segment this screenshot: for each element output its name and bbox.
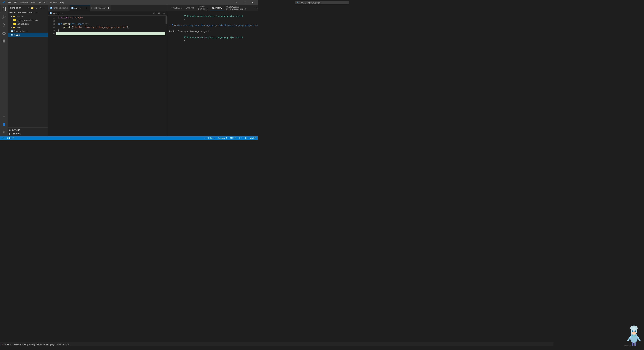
code-line-1: #include <stdio.h> <box>56 16 165 19</box>
code-editor: 1 2 3 4 5 6 #include <stdio.h> <box>48 15 167 136</box>
main-c-tab-close[interactable]: ✕ <box>85 7 88 9</box>
timeline-label: TIMELINE <box>12 133 21 135</box>
refresh-button[interactable]: ↻ <box>35 6 38 10</box>
right-panel-tabs: PROBLEMS OUTPUT DEBUG CONSOLE TERMINAL C… <box>167 5 258 11</box>
build-arrow-icon: ▶ <box>11 27 12 28</box>
breadcrumb-symbol: ... <box>62 12 64 14</box>
menu-go[interactable]: Go <box>37 1 42 4</box>
collapse-all-button[interactable]: ⊟ <box>39 6 42 10</box>
scrollbar-thumb[interactable] <box>166 16 167 24</box>
token-main: main <box>64 23 69 26</box>
menu-selection[interactable]: Selection <box>19 1 30 4</box>
menu-file[interactable]: File <box>7 1 12 4</box>
scrollbar-vertical[interactable] <box>165 15 167 136</box>
breadcrumb-sep: > <box>60 12 61 14</box>
new-file-button[interactable]: 🗋 <box>27 6 30 10</box>
line-numbers: 1 2 3 4 5 6 <box>48 15 56 136</box>
outline-section[interactable]: ▶ OUTLINE <box>8 128 48 132</box>
errors-count: 0 <box>9 137 10 139</box>
status-platform[interactable]: Win32 <box>249 137 256 139</box>
editor-settings-button[interactable]: ⚙ <box>157 11 161 15</box>
tree-item-main-c[interactable]: C main.c <box>8 33 48 37</box>
editor-area: M CMakeLists.txt C main.c ✕ { } settings… <box>48 5 167 136</box>
main-c-label: main.c <box>14 34 20 36</box>
split-editor-button[interactable]: ⊟ <box>152 11 156 15</box>
more-button[interactable]: ··· <box>43 6 46 10</box>
platform-text: Win32 <box>250 137 256 139</box>
editor-right-wrapper: M CMakeLists.txt C main.c ✕ { } settings… <box>48 5 258 136</box>
activity-search[interactable] <box>0 13 8 21</box>
add-terminal-button[interactable]: + <box>253 6 256 10</box>
tree-project-root[interactable]: ▾ MY_C_LANGUAGE_PROJECT <box>8 11 48 14</box>
status-ln-col[interactable]: Ln 6, Col 1 <box>204 137 215 139</box>
warnings-icon: △ <box>11 137 12 139</box>
status-spaces[interactable]: Spaces: 4 <box>217 137 228 139</box>
token-stdio: <stdio.h> <box>70 16 83 19</box>
tree-item-cpp-props[interactable]: { } c_cpp_properties.json <box>8 18 48 22</box>
sidebar-header-actions: 🗋 📁 ↻ ⊟ ··· <box>27 6 46 10</box>
right-tab-output[interactable]: OUTPUT <box>184 5 196 11</box>
line-5: 5 <box>48 29 55 32</box>
settings-json-label: settings.json <box>16 23 28 25</box>
code-content[interactable]: #include <stdio.h> int main ( in <box>56 15 165 136</box>
breadcrumb-file: main.c <box>52 12 59 14</box>
menu-terminal[interactable]: Terminal <box>48 1 59 4</box>
maximize-button[interactable]: ☐ <box>240 0 248 5</box>
status-errors[interactable]: ✕ 0 △ 0 <box>6 137 14 139</box>
right-tab-debug-console[interactable]: DEBUG CONSOLE <box>196 5 210 11</box>
activity-remote[interactable]: ⊹ <box>0 112 8 120</box>
activity-account[interactable]: 👤 <box>0 120 8 128</box>
status-git[interactable]: ⎇ <box>1 137 5 139</box>
spaces-text: Spaces: 4 <box>218 137 227 139</box>
line-4: 4 <box>48 26 55 29</box>
timeline-section[interactable]: ▶ TIMELINE <box>8 132 48 136</box>
new-folder-button[interactable]: 📁 <box>31 6 34 10</box>
activity-settings[interactable]: ⚙ <box>0 128 8 136</box>
menu-view[interactable]: View <box>30 1 37 4</box>
activity-source-control[interactable] <box>0 21 8 29</box>
right-terminal-content[interactable]: PS E:\code_repository\my_c_language_proj… <box>167 11 258 136</box>
status-eol[interactable]: LF <box>239 137 242 139</box>
status-language[interactable]: C <box>244 137 247 139</box>
menu-edit[interactable]: Edit <box>12 1 19 4</box>
code-line-5: } <box>56 29 165 32</box>
menu-run[interactable]: Run <box>42 1 48 4</box>
editor-toolbar: C main.c > ... ⊟ ⚙ ··· <box>48 11 167 15</box>
activity-bar: ⊹ 👤 ⚙ <box>0 5 8 136</box>
menu-help[interactable]: Help <box>59 1 66 4</box>
ln-col-text: Ln 6, Col 1 <box>205 137 215 139</box>
term-prompt-symbol-3: > <box>184 39 186 42</box>
split-terminal-button[interactable]: ⊟ <box>256 6 258 10</box>
activity-bar-bottom: ⊹ 👤 ⚙ <box>0 112 8 136</box>
close-button[interactable]: ✕ <box>248 0 256 5</box>
project-name: MY_C_LANGUAGE_PROJECT <box>10 12 38 14</box>
right-tab-problems[interactable]: PROBLEMS <box>168 5 184 11</box>
status-right: Ln 6, Col 1 Spaces: 4 UTF-8 LF C Win32 <box>204 137 256 139</box>
tab-cmakelists[interactable]: M CMakeLists.txt <box>48 5 70 11</box>
tab-settings[interactable]: { } settings.json <box>90 5 111 11</box>
code-line-2 <box>56 19 165 23</box>
tree-item-build[interactable]: ▶ 📁 build <box>8 26 48 29</box>
file-tree: ▾ MY_C_LANGUAGE_PROJECT ▶ 📁 .vscode { } … <box>8 11 48 127</box>
tree-item-cmakelists[interactable]: M CMakeLists.txt <box>8 29 48 33</box>
token-space1 <box>69 16 70 19</box>
token-string1: "Hello, from my_c_language_project!\n" <box>73 26 126 29</box>
titlebar-controls: ─ ☐ ✕ <box>232 0 256 5</box>
activity-extensions[interactable] <box>0 37 8 45</box>
tree-item-vscode[interactable]: ▶ 📁 .vscode <box>8 14 48 18</box>
minimize-button[interactable]: ─ <box>232 0 240 5</box>
cpp-props-icon: { } <box>14 19 16 21</box>
editor-more-button[interactable]: ··· <box>162 11 166 15</box>
terminal-line-1: PS E:\code_repository\my_c_language_proj… <box>169 12 256 30</box>
right-tab-terminal[interactable]: TERMINAL <box>210 5 224 11</box>
tab-main-c[interactable]: C main.c ✕ <box>70 5 90 11</box>
tree-item-settings-json[interactable]: { } settings.json <box>8 22 48 26</box>
token-semi1: ); <box>127 26 130 29</box>
cmakelists-label: CMakeLists.txt <box>14 30 28 32</box>
status-encoding[interactable]: UTF-8 <box>230 137 237 139</box>
activity-debug[interactable] <box>0 29 8 37</box>
main-c-tab-icon: C <box>71 7 74 9</box>
activity-explorer[interactable] <box>0 5 8 13</box>
cmakelists-tab-icon: M <box>50 7 52 9</box>
titlebar-left: File Edit Selection View Go Run Terminal… <box>1 0 66 5</box>
